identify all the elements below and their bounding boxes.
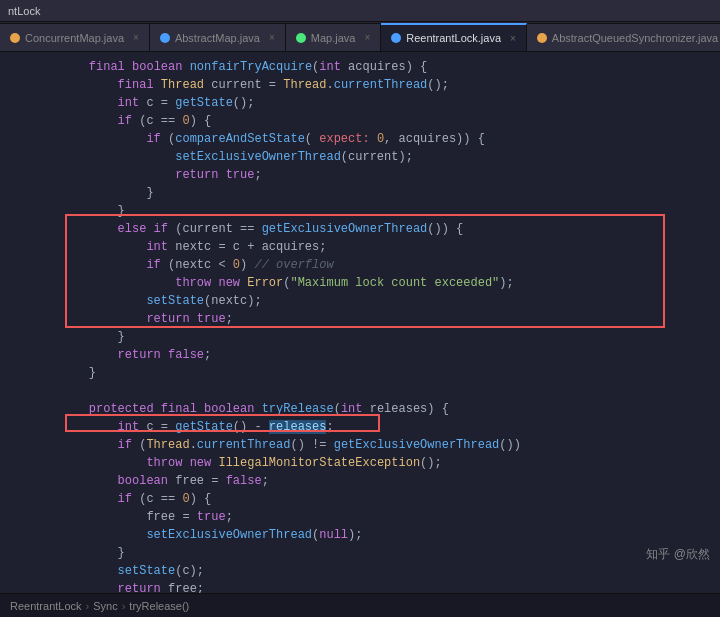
- code-line: }: [60, 364, 720, 382]
- code-line: final boolean nonfairTryAcquire(int acqu…: [60, 58, 720, 76]
- code-line: return free;: [60, 580, 720, 593]
- code-line: int c = getState();: [60, 94, 720, 112]
- code-line: else if (current == getExclusiveOwnerThr…: [60, 220, 720, 238]
- code-line: setState(nextc);: [60, 292, 720, 310]
- breadcrumb-item-2: Sync: [93, 600, 117, 612]
- code-line: int c = getState() - releases;: [60, 418, 720, 436]
- tab-bar: ConcurrentMap.java × AbstractMap.java × …: [0, 22, 720, 52]
- title-bar: ntLock: [0, 0, 720, 22]
- tab-abstractqueued[interactable]: AbstractQueuedSynchronizer.java ×: [527, 23, 720, 51]
- tab-icon-3: [296, 33, 306, 43]
- code-line: if (c == 0) {: [60, 490, 720, 508]
- tab-concurrentmap[interactable]: ConcurrentMap.java ×: [0, 23, 150, 51]
- code-line: }: [60, 544, 720, 562]
- title-text: ntLock: [8, 5, 40, 17]
- tab-label-3: Map.java: [311, 32, 356, 44]
- breadcrumb: ReentrantLock › Sync › tryRelease(): [10, 600, 189, 612]
- breadcrumb-sep-1: ›: [86, 600, 90, 612]
- code-line: [60, 382, 720, 400]
- tab-abstractmap[interactable]: AbstractMap.java ×: [150, 23, 286, 51]
- code-line: setExclusiveOwnerThread(null);: [60, 526, 720, 544]
- code-line: setExclusiveOwnerThread(current);: [60, 148, 720, 166]
- code-line: return true;: [60, 166, 720, 184]
- code-line: boolean free = false;: [60, 472, 720, 490]
- code-line: setState(c);: [60, 562, 720, 580]
- code-line: if (Thread.currentThread() != getExclusi…: [60, 436, 720, 454]
- code-line: return true;: [60, 310, 720, 328]
- code-line: }: [60, 202, 720, 220]
- code-line: }: [60, 184, 720, 202]
- watermark: 知乎 @欣然: [646, 546, 710, 563]
- code-line: throw new IllegalMonitorStateException()…: [60, 454, 720, 472]
- code-line: if (nextc < 0) // overflow: [60, 256, 720, 274]
- tab-close-1[interactable]: ×: [133, 32, 139, 43]
- tab-map[interactable]: Map.java ×: [286, 23, 381, 51]
- tab-reentrantlock[interactable]: ReentrantLock.java ×: [381, 23, 527, 51]
- code-line: throw new Error("Maximum lock count exce…: [60, 274, 720, 292]
- tab-icon-1: [10, 33, 20, 43]
- tab-close-2[interactable]: ×: [269, 32, 275, 43]
- code-line: }: [60, 328, 720, 346]
- tab-label-1: ConcurrentMap.java: [25, 32, 124, 44]
- code-content: final boolean nonfairTryAcquire(int acqu…: [0, 52, 720, 593]
- tab-label-5: AbstractQueuedSynchronizer.java: [552, 32, 718, 44]
- code-line: protected final boolean tryRelease(int r…: [60, 400, 720, 418]
- tab-icon-5: [537, 33, 547, 43]
- breadcrumb-sep-2: ›: [122, 600, 126, 612]
- code-line: int nextc = c + acquires;: [60, 238, 720, 256]
- tab-close-4[interactable]: ×: [510, 33, 516, 44]
- code-editor[interactable]: final boolean nonfairTryAcquire(int acqu…: [0, 52, 720, 593]
- tab-icon-2: [160, 33, 170, 43]
- tab-label-4: ReentrantLock.java: [406, 32, 501, 44]
- breadcrumb-item-3: tryRelease(): [129, 600, 189, 612]
- status-bar: ReentrantLock › Sync › tryRelease(): [0, 593, 720, 617]
- code-line: free = true;: [60, 508, 720, 526]
- code-line: if (compareAndSetState( expect: 0, acqui…: [60, 130, 720, 148]
- code-line: if (c == 0) {: [60, 112, 720, 130]
- tab-label-2: AbstractMap.java: [175, 32, 260, 44]
- tab-icon-4: [391, 33, 401, 43]
- code-line: return false;: [60, 346, 720, 364]
- tab-close-3[interactable]: ×: [364, 32, 370, 43]
- code-line: final Thread current = Thread.currentThr…: [60, 76, 720, 94]
- breadcrumb-item-1: ReentrantLock: [10, 600, 82, 612]
